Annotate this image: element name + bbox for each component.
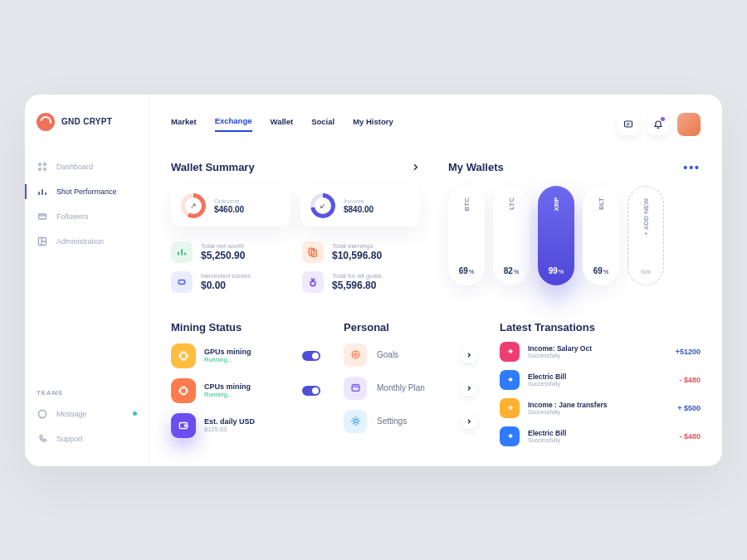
chevron-right-icon — [461, 381, 476, 396]
svg-point-6 — [39, 410, 46, 417]
svg-rect-11 — [181, 353, 187, 358]
svg-point-1 — [44, 163, 46, 165]
sidebar-nav: Dashboard Shot Performance Followers Adm… — [25, 154, 149, 254]
stat-icon — [302, 241, 324, 263]
svg-point-3 — [44, 168, 46, 170]
bottom-grid: Mining Status GPUs miningRunning...CPUs … — [171, 321, 701, 446]
mining-title: Mining Status — [171, 321, 320, 334]
phone-icon — [37, 433, 48, 445]
tab-exchange[interactable]: Exchange — [215, 116, 252, 132]
personal-item[interactable]: Goals — [344, 343, 476, 367]
wallet-add-button[interactable]: + ADD NEWWal — [627, 186, 664, 285]
sidebar-item-performance[interactable]: Shot Performance — [25, 179, 149, 204]
svg-point-18 — [354, 419, 357, 422]
svg-point-14 — [184, 425, 186, 426]
sidebar: GND CRYPT Dashboard Shot Performance Fol… — [25, 95, 149, 466]
svg-point-16 — [354, 353, 356, 356]
chevron-right-icon — [461, 414, 476, 429]
wallet-pill-ltc[interactable]: LTC82% — [493, 186, 530, 285]
stat-item: Total earnings$10,596.80 — [302, 241, 420, 263]
stat-item: Total net worth$5,250.90 — [171, 241, 289, 263]
stat-icon — [302, 271, 324, 293]
mining-status: Mining Status GPUs miningRunning...CPUs … — [171, 321, 320, 446]
sidebar-item-admin[interactable]: Administration — [25, 229, 149, 254]
brand-logo[interactable]: GND CRYPT — [25, 113, 149, 154]
app-window: GND CRYPT Dashboard Shot Performance Fol… — [25, 95, 722, 466]
mining-toggle[interactable] — [302, 386, 320, 396]
transactions-title: Latest Transations — [500, 321, 701, 334]
wallets-header: My Wallets ••• — [448, 161, 701, 174]
summary-title-row: Wallet Summary — [171, 161, 420, 173]
personal-item[interactable]: Settings — [344, 410, 476, 433]
wallet-summary: Wallet Summary ↗ Outcome$460.00 ↙ Income… — [171, 161, 420, 293]
personal-item[interactable]: Monthly Plan — [344, 377, 476, 400]
svg-point-0 — [39, 163, 42, 165]
teams-heading: TEAMS — [25, 389, 149, 402]
outcome-card[interactable]: ↗ Outcome$460.00 — [171, 185, 290, 226]
svg-rect-17 — [352, 385, 359, 392]
sidebar-footer-nav: Message Support — [25, 402, 149, 451]
personal-title: Personal — [344, 321, 476, 334]
svg-rect-12 — [181, 387, 187, 393]
wallet-pill-btc[interactable]: BTC69% — [448, 186, 485, 285]
mining-icon — [171, 413, 196, 438]
arrow-icon — [500, 370, 520, 390]
mining-item: CPUs miningRunning... — [171, 378, 320, 403]
more-icon[interactable]: ••• — [683, 161, 701, 174]
sidebar-item-message[interactable]: Message — [25, 402, 149, 426]
top-actions — [618, 113, 701, 136]
svg-point-15 — [352, 351, 359, 358]
wallet-row: BTC69%LTC82%XRP99%BLT69%+ ADD NEWWal — [448, 186, 701, 285]
transaction-row[interactable]: Income : Jane transfersSuccessfully+ $50… — [500, 398, 701, 418]
tab-wallet[interactable]: Wallet — [271, 117, 294, 131]
personal-list: GoalsMonthly PlanSettings — [344, 343, 476, 433]
personal-icon — [344, 410, 367, 433]
chevron-right-icon[interactable] — [411, 163, 420, 172]
wallets-title: My Wallets — [448, 161, 504, 173]
summary-cards: ↗ Outcome$460.00 ↙ Income$840.00 — [171, 185, 420, 226]
chevron-right-icon — [461, 348, 476, 363]
arrow-icon — [500, 342, 520, 362]
chat-square-icon — [623, 119, 633, 129]
card-icon — [37, 211, 48, 222]
sidebar-item-dashboard[interactable]: Dashboard — [25, 154, 149, 179]
main-content: Market Exchange Wallet Social My History… — [149, 95, 722, 466]
notifications-button[interactable] — [647, 114, 669, 135]
stat-item: Total for all goals$5,596.80 — [302, 271, 420, 293]
sidebar-item-support[interactable]: Support — [25, 426, 149, 451]
transaction-row[interactable]: Electric BillSuccessfully- $480 — [500, 370, 701, 390]
wallet-pill-blt[interactable]: BLT69% — [583, 186, 619, 285]
tab-social[interactable]: Social — [311, 117, 334, 131]
mining-item: GPUs miningRunning... — [171, 343, 320, 368]
sidebar-item-followers[interactable]: Followers — [25, 204, 149, 229]
summary-title: Wallet Summary — [171, 161, 255, 173]
arrow-icon — [500, 398, 520, 418]
tab-history[interactable]: My History — [353, 117, 393, 131]
income-card[interactable]: ↙ Income$840.00 — [300, 185, 420, 226]
layout-icon — [37, 236, 48, 247]
transaction-row[interactable]: Electric BillSuccessfully- $480 — [500, 426, 701, 446]
grid-icon — [37, 161, 48, 173]
mining-toggle[interactable] — [302, 351, 320, 361]
brand-icon — [37, 113, 55, 131]
brand-name: GND CRYPT — [61, 117, 112, 126]
outcome-ring-icon: ↗ — [181, 193, 206, 218]
personal-icon — [344, 343, 367, 367]
personal-icon — [344, 377, 367, 400]
messages-button[interactable] — [618, 114, 639, 135]
tab-market[interactable]: Market — [171, 117, 197, 131]
personal-section: Personal GoalsMonthly PlanSettings — [344, 321, 476, 446]
svg-rect-4 — [39, 214, 46, 219]
summary-stats: Total net worth$5,250.90Total earnings$1… — [171, 241, 420, 293]
avatar[interactable] — [677, 113, 701, 136]
topbar: Market Exchange Wallet Social My History — [171, 113, 701, 136]
wallet-pill-xrp[interactable]: XRP99% — [538, 186, 574, 285]
stat-icon — [171, 241, 193, 263]
transactions-list: Income: Salary OctSuccessfully+51200Elec… — [500, 342, 701, 446]
top-grid: Wallet Summary ↗ Outcome$460.00 ↙ Income… — [171, 161, 701, 293]
mining-icon — [171, 378, 196, 403]
transaction-row[interactable]: Income: Salary OctSuccessfully+51200 — [500, 342, 701, 362]
notification-dot-icon — [661, 117, 665, 121]
transactions-section: Latest Transations Income: Salary OctSuc… — [500, 321, 701, 446]
mining-item: Est. daily USD$125.03 — [171, 413, 320, 438]
